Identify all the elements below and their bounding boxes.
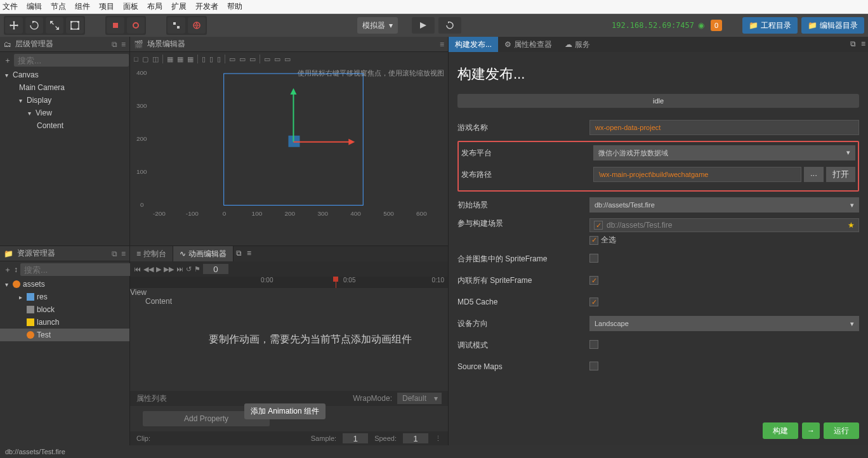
tool-icon[interactable]: ◫: [152, 55, 159, 63]
scale-tool-icon[interactable]: [46, 17, 63, 34]
path-input[interactable]: [593, 167, 801, 182]
clip-select[interactable]: [157, 433, 220, 443]
menu-icon[interactable]: ≡: [440, 40, 444, 49]
tool-icon[interactable]: ▦: [177, 55, 183, 63]
merge-checkbox[interactable]: [589, 254, 598, 263]
world-icon[interactable]: [188, 17, 206, 34]
speed-input[interactable]: [403, 433, 428, 443]
tab-services[interactable]: ☁服务: [558, 37, 596, 52]
tool-icon[interactable]: ▭: [264, 55, 270, 63]
tab-console[interactable]: ≡控制台: [130, 246, 173, 261]
tool-icon[interactable]: ▭: [229, 55, 235, 63]
tab-build[interactable]: 构建发布...: [449, 37, 498, 52]
tool-icon[interactable]: ▭: [239, 55, 246, 63]
first-frame-icon[interactable]: ⏮: [134, 265, 141, 273]
pivot-icon[interactable]: [127, 17, 145, 34]
orient-select[interactable]: Landscape: [589, 316, 859, 331]
assets-tree[interactable]: assets res block launch Test: [0, 278, 129, 445]
editor-dir-button[interactable]: 📁编辑器目录: [801, 17, 864, 34]
sort-icon[interactable]: ↕: [14, 265, 18, 274]
menu-item[interactable]: 开发者: [195, 1, 218, 12]
debug-checkbox[interactable]: [589, 340, 598, 349]
tool-icon[interactable]: ▯: [202, 55, 206, 63]
menu-icon[interactable]: ≡: [244, 246, 254, 261]
selectall-checkbox[interactable]: [589, 236, 598, 245]
move-tool-icon[interactable]: [5, 17, 23, 34]
add-icon[interactable]: ＋: [4, 265, 11, 275]
menu-icon[interactable]: ≡: [121, 40, 126, 49]
initscene-select[interactable]: db://assets/Test.fire: [589, 197, 859, 213]
hierarchy-tree[interactable]: Canvas Main Camera Display View Content: [0, 69, 129, 245]
preview-target-select[interactable]: 模拟器▾: [357, 17, 398, 34]
next-frame-icon[interactable]: ▶▶: [164, 265, 174, 273]
event-icon[interactable]: ⚑: [194, 265, 201, 273]
srcmap-checkbox[interactable]: [589, 362, 598, 370]
browse-button[interactable]: ···: [804, 167, 824, 182]
play-button-icon[interactable]: [412, 17, 435, 34]
popout-icon[interactable]: ⧉: [112, 40, 117, 49]
tab-anim[interactable]: ∿动画编辑器: [173, 246, 233, 261]
prev-frame-icon[interactable]: ◀◀: [143, 265, 154, 273]
game-name-input[interactable]: [589, 120, 859, 135]
tool-icon[interactable]: □: [134, 55, 138, 63]
tool-icon[interactable]: ▯: [209, 55, 213, 63]
inline-checkbox[interactable]: [589, 276, 598, 285]
menu-item[interactable]: 编辑: [27, 1, 42, 12]
menu-item[interactable]: 组件: [75, 1, 90, 12]
hierarchy-search-input[interactable]: [14, 54, 129, 67]
menu-item[interactable]: 项目: [99, 1, 114, 12]
last-frame-icon[interactable]: ⏭: [176, 265, 183, 273]
tool-icon[interactable]: ▢: [142, 55, 148, 63]
menu-item[interactable]: 扩展: [171, 1, 187, 12]
tool-icon[interactable]: ▦: [187, 55, 194, 63]
run-button[interactable]: 运行: [824, 422, 859, 439]
platform-select[interactable]: 微信小游戏开放数据域: [593, 145, 855, 160]
more-icon[interactable]: ⋮: [435, 435, 442, 443]
star-icon[interactable]: ★: [848, 221, 855, 230]
popout-icon[interactable]: ⧉: [112, 249, 117, 258]
menu-icon[interactable]: ≡: [121, 249, 126, 258]
popout-icon[interactable]: ⧉: [233, 246, 244, 261]
scene-checkbox[interactable]: [594, 221, 603, 230]
rotate-tool-icon[interactable]: [25, 17, 43, 34]
sample-input[interactable]: [343, 433, 368, 443]
align-icon[interactable]: [168, 17, 185, 34]
menu-item[interactable]: 文件: [3, 1, 18, 12]
svg-rect-8: [177, 26, 180, 29]
menu-item[interactable]: 布局: [147, 1, 162, 12]
rect-tool-icon[interactable]: [66, 17, 84, 34]
build-button[interactable]: 构建: [763, 422, 798, 439]
menu-icon[interactable]: ≡: [858, 37, 868, 52]
project-dir-button[interactable]: 📁工程目录: [742, 17, 798, 34]
popout-icon[interactable]: ⧉: [848, 37, 858, 52]
add-icon[interactable]: ＋: [4, 55, 11, 66]
scene-viewport[interactable]: 使用鼠标右键平移视窗焦点，使用滚轮缩放视图 400 300 200 100 0 …: [130, 66, 448, 245]
notification-badge[interactable]: 0: [711, 20, 722, 31]
md5-checkbox[interactable]: [589, 298, 598, 306]
tool-icon[interactable]: ▭: [249, 55, 256, 63]
menu-item[interactable]: 面板: [123, 1, 138, 12]
speed-label: Speed:: [374, 435, 397, 442]
add-animation-tooltip[interactable]: 添加 Animation 组件: [244, 403, 326, 419]
main-toolbar: 模拟器▾ 192.168.52.69:7457 ◉ 0 📁工程目录 📁编辑器目录: [0, 14, 868, 37]
anim-node[interactable]: View: [130, 288, 172, 297]
menu-item[interactable]: 帮助: [227, 1, 242, 12]
refresh-button-icon[interactable]: [438, 17, 461, 34]
tool-icon[interactable]: ▭: [274, 55, 280, 63]
build-next-button[interactable]: →: [802, 422, 820, 439]
svg-text:300: 300: [317, 210, 328, 217]
open-button[interactable]: 打开: [826, 167, 855, 182]
assets-search-input[interactable]: [20, 263, 135, 276]
anchor-icon[interactable]: [107, 17, 124, 34]
frame-input[interactable]: [203, 264, 228, 274]
wrapmode-select[interactable]: Default: [397, 393, 442, 404]
menu-item[interactable]: 节点: [51, 1, 66, 12]
scene-list-item[interactable]: db://assets/Test.fire ★: [589, 218, 859, 232]
play-icon[interactable]: ▶: [156, 265, 161, 273]
anim-node[interactable]: Content: [130, 297, 172, 306]
tool-icon[interactable]: ▯: [217, 55, 221, 63]
tool-icon[interactable]: ▭: [284, 55, 291, 63]
tab-inspector[interactable]: ⚙属性检查器: [498, 37, 558, 52]
tool-icon[interactable]: ▦: [167, 55, 173, 63]
stop-icon[interactable]: ↺: [186, 265, 192, 273]
